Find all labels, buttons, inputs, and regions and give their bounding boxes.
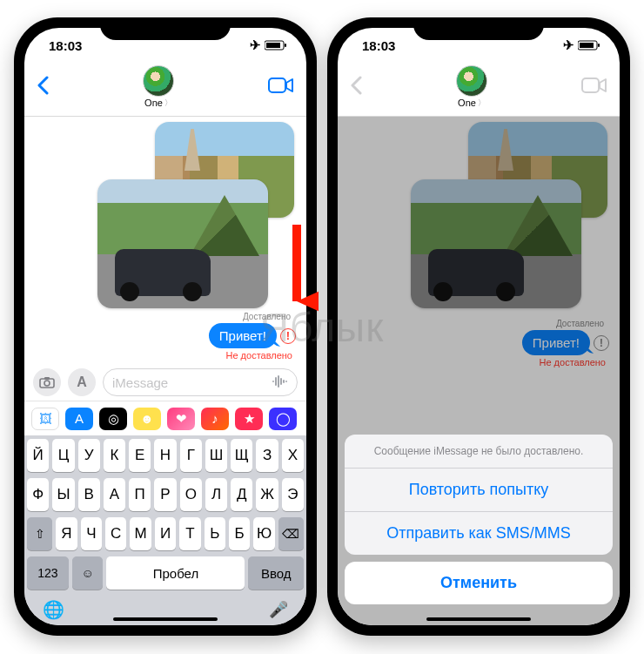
battery-icon bbox=[265, 40, 287, 51]
message-row: Привет! ! bbox=[209, 323, 296, 348]
emoji-key[interactable]: ☺ bbox=[72, 556, 104, 590]
app-strip[interactable]: 🖼A◎☻❤♪★◯ bbox=[24, 401, 306, 435]
app-icon-4[interactable]: ❤ bbox=[167, 408, 195, 430]
app-icon-2[interactable]: ◎ bbox=[99, 408, 127, 430]
numbers-key[interactable]: 123 bbox=[27, 556, 69, 590]
key-Ч[interactable]: Ч bbox=[81, 517, 102, 550]
appstore-button[interactable]: A bbox=[68, 368, 96, 396]
shift-key[interactable]: ⇧ bbox=[27, 517, 52, 550]
key-Б[interactable]: Б bbox=[229, 517, 250, 550]
app-icon-1[interactable]: A bbox=[65, 408, 93, 430]
svg-rect-10 bbox=[582, 78, 599, 92]
app-icon-7[interactable]: ◯ bbox=[269, 408, 297, 430]
key-Е[interactable]: Е bbox=[129, 439, 151, 472]
not-delivered-status: Не доставлено bbox=[225, 350, 292, 361]
notch bbox=[100, 17, 231, 40]
key-Ш[interactable]: Ш bbox=[205, 439, 227, 472]
status-icons: ✈ bbox=[250, 37, 287, 53]
battery-icon bbox=[578, 40, 600, 51]
compose-bar: A iMessage bbox=[24, 364, 306, 401]
key-Ю[interactable]: Ю bbox=[253, 517, 274, 550]
phone-left: 18:03 ✈ One 〉 bbox=[14, 17, 317, 636]
back-button[interactable] bbox=[37, 76, 49, 98]
key-Ь[interactable]: Ь bbox=[205, 517, 225, 550]
app-icon-3[interactable]: ☻ bbox=[133, 408, 161, 430]
key-П[interactable]: П bbox=[129, 478, 151, 511]
sheet-message: Сообщение iMessage не было доставлено. bbox=[345, 435, 613, 469]
svg-point-5 bbox=[44, 381, 50, 386]
sent-photos[interactable] bbox=[111, 122, 294, 307]
key-Щ[interactable]: Щ bbox=[231, 439, 252, 472]
send-as-sms-button[interactable]: Отправить как SMS/MMS bbox=[345, 512, 613, 555]
screen-left: 18:03 ✈ One 〉 bbox=[24, 28, 306, 625]
status-time: 18:03 bbox=[362, 38, 395, 53]
key-М[interactable]: М bbox=[130, 517, 151, 550]
annotation-arrow bbox=[275, 218, 319, 322]
key-Л[interactable]: Л bbox=[205, 478, 227, 511]
notch bbox=[413, 17, 544, 40]
delivery-failed-icon[interactable]: ! bbox=[280, 328, 296, 344]
message-input[interactable]: iMessage bbox=[103, 368, 298, 396]
key-Д[interactable]: Д bbox=[231, 478, 252, 511]
dictate-key[interactable]: 🎤 bbox=[269, 600, 288, 619]
key-У[interactable]: У bbox=[78, 439, 100, 472]
key-Я[interactable]: Я bbox=[56, 517, 77, 550]
back-button[interactable] bbox=[350, 76, 362, 98]
camera-icon bbox=[39, 376, 55, 388]
key-И[interactable]: И bbox=[155, 517, 176, 550]
contact-header[interactable]: One 〉 bbox=[49, 65, 268, 109]
key-Т[interactable]: Т bbox=[179, 517, 200, 550]
chevron-right-icon: 〉 bbox=[478, 98, 486, 109]
contact-header: One 〉 bbox=[362, 65, 581, 109]
app-icon-6[interactable]: ★ bbox=[235, 408, 263, 430]
svg-rect-9 bbox=[598, 44, 600, 47]
cancel-button[interactable]: Отменить bbox=[345, 562, 613, 604]
keyboard[interactable]: ЙЦУКЕНГШЩЗХ ФЫВАПРОЛДЖЭ ⇧ЯЧСМИТЬБЮ⌫ 123 … bbox=[24, 435, 306, 625]
delete-key[interactable]: ⌫ bbox=[278, 517, 304, 550]
message-bubble[interactable]: Привет! bbox=[209, 323, 277, 348]
key-К[interactable]: К bbox=[104, 439, 125, 472]
key-Ф[interactable]: Ф bbox=[27, 478, 49, 511]
app-icon-5[interactable]: ♪ bbox=[201, 408, 229, 430]
key-Э[interactable]: Э bbox=[282, 478, 304, 511]
key-Р[interactable]: Р bbox=[154, 478, 176, 511]
facetime-button[interactable] bbox=[268, 77, 294, 98]
key-Г[interactable]: Г bbox=[180, 439, 202, 472]
key-З[interactable]: З bbox=[256, 439, 278, 472]
key-В[interactable]: В bbox=[78, 478, 100, 511]
contact-name-label: One bbox=[458, 98, 476, 108]
key-Ы[interactable]: Ы bbox=[52, 478, 74, 511]
key-О[interactable]: О bbox=[180, 478, 202, 511]
keyboard-bottom: 🌐 🎤 bbox=[27, 596, 304, 620]
chevron-left-icon bbox=[37, 76, 49, 95]
key-Х[interactable]: Х bbox=[282, 439, 304, 472]
camera-button[interactable] bbox=[33, 368, 61, 396]
key-Ц[interactable]: Ц bbox=[52, 439, 74, 472]
chat-area[interactable]: Доставлено Привет! ! Не доставлено bbox=[24, 117, 306, 364]
audio-msg-icon[interactable] bbox=[271, 373, 288, 393]
key-А[interactable]: А bbox=[104, 478, 125, 511]
globe-key[interactable]: 🌐 bbox=[43, 599, 64, 620]
svg-rect-6 bbox=[44, 377, 50, 380]
screen-right: 18:03 ✈ One 〉 bbox=[338, 28, 620, 625]
key-Н[interactable]: Н bbox=[154, 439, 176, 472]
app-icon-0[interactable]: 🖼 bbox=[31, 408, 59, 430]
facetime-button bbox=[581, 77, 607, 98]
nav-bar: One 〉 bbox=[338, 63, 620, 117]
svg-rect-2 bbox=[285, 44, 286, 47]
contact-name-label: One bbox=[144, 98, 163, 108]
photo-attachment-2[interactable] bbox=[97, 179, 268, 308]
status-time: 18:03 bbox=[49, 38, 82, 53]
enter-key[interactable]: Ввод bbox=[248, 556, 304, 590]
home-indicator[interactable] bbox=[113, 617, 218, 621]
key-Ж[interactable]: Ж bbox=[256, 478, 278, 511]
key-С[interactable]: С bbox=[105, 517, 126, 550]
status-icons: ✈ bbox=[563, 37, 600, 53]
svg-rect-1 bbox=[266, 43, 280, 48]
airplane-icon: ✈ bbox=[250, 37, 261, 53]
key-Й[interactable]: Й bbox=[27, 439, 49, 472]
retry-button[interactable]: Повторить попытку bbox=[345, 469, 613, 512]
home-indicator[interactable] bbox=[426, 617, 531, 621]
space-key[interactable]: Пробел bbox=[106, 556, 245, 590]
action-sheet: Сообщение iMessage не было доставлено. П… bbox=[338, 435, 620, 625]
